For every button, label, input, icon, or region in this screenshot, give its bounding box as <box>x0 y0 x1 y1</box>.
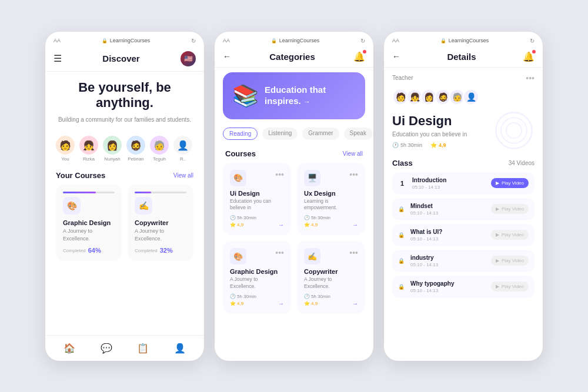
list-item[interactable]: 🔒 Mindset 05:10 - 14:13 ▶ Play Video <box>392 198 534 220</box>
refresh-icon-3[interactable]: ↻ <box>530 38 534 44</box>
class-time-3: 05:10 - 14:13 <box>410 262 485 267</box>
play-label-0: Play Video <box>502 180 524 186</box>
bottom-nav-profile[interactable]: 👤 <box>174 343 186 354</box>
refresh-icon[interactable]: ↻ <box>191 38 196 44</box>
clock-icon-1: 🕐 <box>304 215 310 220</box>
course-arrow-1[interactable]: → <box>352 222 358 228</box>
tab-listening[interactable]: Listening <box>262 128 298 140</box>
banner-card[interactable]: 📚 Education that inspires. → <box>223 72 365 119</box>
screen2-title: Categories <box>269 52 315 62</box>
avatar-item[interactable]: 🧔 Pebrian <box>126 136 145 162</box>
list-item[interactable]: 🎨 ••• Ui Design Education you can believ… <box>223 163 291 236</box>
avatar-teguh: 🧓 <box>150 136 169 155</box>
star-icon-1: ⭐ <box>304 222 310 227</box>
play-btn-4[interactable]: ▶ Play Video <box>491 282 529 292</box>
bottom-nav-list[interactable]: 📋 <box>137 343 149 354</box>
course-dots-0[interactable]: ••• <box>275 170 284 179</box>
course-list-name-0: Ui Design <box>230 190 284 197</box>
course-name-copy: Copywriter <box>135 219 186 226</box>
class-name-0: Introduction <box>412 177 485 183</box>
class-name-4: Why typogaphy <box>410 280 485 287</box>
clock-icon-0: 🕐 <box>230 215 236 220</box>
back-icon-details[interactable]: ← <box>392 52 400 61</box>
top-bar-2: AA 🔒 LearningCourses ↻ <box>215 32 373 48</box>
list-item[interactable]: ✍️ ••• Copywriter A Journey to Excellenc… <box>297 241 365 314</box>
list-item[interactable]: 🔒 Why typogaphy 05:10 - 14:13 ▶ Play Vid… <box>392 276 534 298</box>
course-arrow-3[interactable]: → <box>352 300 358 307</box>
course-card-graphic[interactable]: 🎨 Graphic Design A Journey to Excellence… <box>56 185 122 261</box>
screen1-title: Discover <box>102 53 139 63</box>
course-list-icon-2: 🎨 <box>230 248 246 264</box>
list-item[interactable]: 🔒 What is UI? 05:10 - 14:13 ▶ Play Video <box>392 224 534 246</box>
courses-view-all-2[interactable]: View all <box>343 150 363 157</box>
bottom-nav: 🏠 💬 📋 👤 <box>45 335 204 361</box>
clock-icon-3: 🕐 <box>304 294 310 299</box>
play-btn-3[interactable]: ▶ Play Video <box>491 256 529 266</box>
bell-icon-categories[interactable]: 🔔 <box>353 51 365 62</box>
course-dots-3[interactable]: ••• <box>349 248 358 257</box>
card-top-0: 🎨 ••• <box>230 170 284 186</box>
flag-icon[interactable]: 🇺🇸 <box>181 51 196 66</box>
course-list-name-1: Ux Design <box>304 190 358 197</box>
bottom-nav-chat[interactable]: 💬 <box>101 343 112 354</box>
avatar-item[interactable]: 🧑 You <box>56 136 75 162</box>
class-info-0: Introduction 05:10 - 14:13 <box>412 177 485 190</box>
tabs-row: Reading Listening Grammer Speak <box>215 124 373 143</box>
screen3-title: Details <box>447 52 476 62</box>
rating-label-2: 4,9 <box>237 301 243 306</box>
back-icon-categories[interactable]: ← <box>223 52 231 61</box>
tab-speak[interactable]: Speak <box>344 128 372 140</box>
list-item[interactable]: 🔒 industry 05:10 - 14:13 ▶ Play Video <box>392 250 534 272</box>
your-courses-label: Your Courses <box>56 171 105 180</box>
your-courses-header: Your Courses View all <box>45 165 204 185</box>
your-courses-view-all[interactable]: View all <box>173 172 193 179</box>
course-arrow-0[interactable]: → <box>278 222 284 228</box>
screen-details: AA 🔒 LearningCourses ↻ ← Details 🔔 Teach… <box>384 32 543 361</box>
progress-bar-graphic <box>63 192 115 193</box>
class-info-3: industry 05:10 - 14:13 <box>410 254 485 267</box>
menu-icon[interactable]: ☰ <box>54 53 62 64</box>
play-btn-0[interactable]: ▶ Play Video <box>491 178 529 188</box>
course-card-copywriter[interactable]: ✍️ Copywriter A Journey to Excellence. C… <box>128 185 193 261</box>
course-rating-2: ⭐ 4,9 <box>230 301 243 306</box>
avatar-you: 🧑 <box>56 136 75 155</box>
rating-label-3: 4,9 <box>311 301 318 306</box>
course-list-desc-1: Learning is empowerment. <box>304 198 358 212</box>
app-name-bar-3: 🔒 LearningCourses <box>440 38 489 43</box>
time-label-3: 5h 30min <box>311 294 330 299</box>
course-dots-2[interactable]: ••• <box>275 248 284 257</box>
star-icon-3: ⭐ <box>304 301 310 306</box>
avatar-item[interactable]: 👤 R.. <box>173 136 192 162</box>
svg-point-1 <box>501 118 527 143</box>
teacher-more-dots[interactable]: ••• <box>526 73 534 83</box>
card-top-3: ✍️ ••• <box>304 248 358 264</box>
avatar-name-nuriyah: Nuriyah <box>104 156 121 162</box>
lock-icon-item-1: 🔒 <box>398 206 405 212</box>
bell-icon-details[interactable]: 🔔 <box>523 51 534 62</box>
avatar-item[interactable]: 👧 Rizka <box>79 136 98 162</box>
rating-label-0: 4,9 <box>237 222 243 227</box>
avatar-item[interactable]: 🧓 Teguh <box>150 136 169 162</box>
class-info-2: What is UI? 05:10 - 14:13 <box>410 229 485 242</box>
play-btn-1[interactable]: ▶ Play Video <box>491 204 529 214</box>
course-time-2: 🕐 5h 30min <box>230 294 256 299</box>
course-arrow-2[interactable]: → <box>278 300 284 307</box>
list-item[interactable]: 🖥️ ••• Ux Design Learning is empowerment… <box>297 163 365 236</box>
teacher-avatars: 🧑 👧 👩 🧔 🧓 👤 <box>384 86 543 110</box>
list-item[interactable]: 1 Introduction 05:10 - 14:13 ▶ Play Vide… <box>392 172 534 195</box>
list-item[interactable]: 🎨 ••• Graphic Design A Journey to Excell… <box>223 241 291 314</box>
avatar-name-extra: R.. <box>180 156 186 162</box>
avatar-item[interactable]: 👩 Nuriyah <box>103 136 122 162</box>
top-bar-1: AA 🔒 LearningCourses ↻ <box>45 32 204 48</box>
tab-grammer[interactable]: Grammer <box>302 128 339 140</box>
refresh-icon-2[interactable]: ↻ <box>360 38 365 44</box>
lock-icon-item-3: 🔒 <box>398 258 405 264</box>
course-list-desc-0: Education you can believe in <box>230 198 284 212</box>
class-name-3: industry <box>410 254 485 261</box>
course-dots-1[interactable]: ••• <box>349 170 358 179</box>
tab-reading[interactable]: Reading <box>223 128 258 140</box>
play-btn-2[interactable]: ▶ Play Video <box>491 230 529 240</box>
banner-arrow: → <box>303 98 310 106</box>
clock-icon-detail: 🕐 <box>392 142 399 148</box>
bottom-nav-home[interactable]: 🏠 <box>64 343 75 354</box>
